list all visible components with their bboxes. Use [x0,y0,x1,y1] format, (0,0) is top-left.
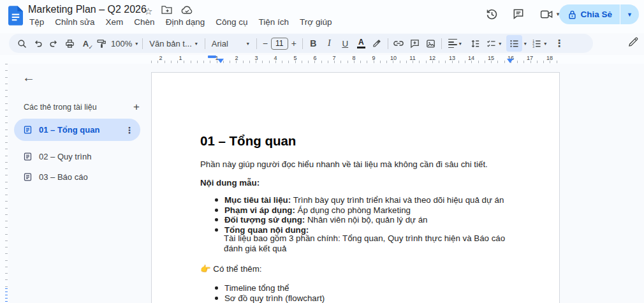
numbered-list-select[interactable]: 123 ▾ [529,35,552,52]
menu-format[interactable]: Định dạng [166,17,205,27]
close-sidebar-arrow-icon[interactable]: ← [22,70,35,85]
text-color-button[interactable]: A [353,35,369,52]
tab-label: 01 – Tổng quan [39,125,119,135]
highlight-color-button[interactable] [369,35,385,52]
extra-bullet-1: Timeline tổng thể [224,283,289,293]
font-size-decrease[interactable]: − [260,35,271,52]
print-icon[interactable] [62,35,78,52]
menu-view[interactable]: Xem [106,17,124,27]
bulleted-list-caret[interactable]: ▾ [522,41,529,47]
document-heading: 01 – Tổng quan [200,133,296,149]
insert-image-icon[interactable] [423,35,439,52]
menu-help[interactable]: Trợ giúp [300,17,332,27]
align-left-icon [448,39,457,48]
version-history-icon[interactable] [483,6,500,22]
insert-link-icon[interactable] [391,35,407,52]
bullet-item-4-continuation: Tài liệu bao gồm 3 phần chính: Tổng quan… [224,233,518,253]
first-line-indent-marker[interactable] [208,55,216,58]
add-comment-icon[interactable] [407,35,423,52]
svg-text:3: 3 [532,45,534,48]
extra-bullet-2: Sơ đồ quy trình (flowchart) [224,293,325,303]
toolbar: A ✓ 100%▾ Văn bản t...▾ Arial▾ − 11 + B … [9,34,593,53]
tab-label: 02 – Quy trình [39,152,134,161]
line-spacing-icon[interactable] [467,35,483,52]
document-title[interactable]: Marketing Plan – Q2 2026 [28,4,147,15]
tab-doc-icon [23,125,33,135]
section-label: Nội dung mẫu: [200,178,260,188]
font-size-increase[interactable]: + [288,35,300,52]
bulleted-list-button[interactable] [506,35,522,52]
horizontal-ruler[interactable]: 21123456789101112131415161718 [0,55,644,64]
comments-icon[interactable] [510,6,527,22]
left-indent-marker[interactable] [217,59,224,63]
italic-button[interactable]: I [321,35,337,52]
checklist-select[interactable]: ▾ [483,35,506,52]
editing-mode-icon[interactable] [627,36,639,50]
bullet-item-2: Phạm vi áp dụng: Áp dụng cho phòng Marke… [224,205,411,215]
tabs-header-label: Các thẻ trong tài liệu [24,103,97,112]
tip-line: 👉 Có thể thêm: [200,264,261,274]
zoom-select[interactable]: 100%▾ [110,35,140,52]
sidebar-item-tab1[interactable]: 01 – Tổng quan ⋮ [14,119,140,141]
bullet-item-1: Mục tiêu tài liệu: Trình bày quy trình t… [224,195,504,205]
title-actions: ☆ [144,5,193,17]
header-actions: ▾ [483,6,562,22]
share-button[interactable]: Chia Sẻ ▼ [559,4,639,24]
lock-icon [568,10,576,20]
pointing-hand-emoji: 👉 [200,264,211,274]
add-tab-button[interactable]: + [129,101,143,114]
menu-insert[interactable]: Chèn [134,17,154,27]
paragraph-style-select[interactable]: Văn bản t...▾ [145,35,202,52]
paint-format-icon[interactable] [94,35,110,52]
tab-doc-icon [23,172,33,182]
align-select[interactable]: ▾ [444,35,467,52]
sidebar-item-tab2[interactable]: 02 – Quy trình [14,145,140,168]
tab-doc-icon [23,152,33,161]
bottom-margin-ticks [5,288,8,303]
spellcheck-icon[interactable]: A ✓ [78,35,94,52]
right-indent-marker[interactable] [507,59,513,63]
google-docs-window: Marketing Plan – Q2 2026 ☆ Tệp Chỉnh sửa… [0,0,644,303]
app-header: Marketing Plan – Q2 2026 ☆ Tệp Chỉnh sửa… [0,0,644,33]
bullet-item-3: Đối tượng sử dụng: Nhân viên nội bộ, quả… [224,215,427,225]
star-icon[interactable]: ☆ [144,6,152,17]
document-page[interactable]: 01 – Tổng quan Phần này giúp người đọc h… [151,72,560,303]
menu-extensions[interactable]: Tiện ích [259,17,289,27]
cloud-status-icon[interactable] [181,5,193,17]
undo-icon[interactable] [30,35,46,52]
font-size-input[interactable]: 11 [271,38,288,50]
tabs-sidebar: ← Các thẻ trong tài liệu + 01 – Tổng qua… [8,64,151,303]
menu-bar: Tệp Chỉnh sửa Xem Chèn Định dạng Công cụ… [29,17,332,27]
menu-tools[interactable]: Công cụ [216,17,247,27]
share-label: Chia Sẻ [581,10,613,19]
sidebar-item-tab3[interactable]: 03 – Báo cáo [14,166,140,188]
share-dropdown-caret[interactable]: ▼ [620,11,639,18]
menu-file[interactable]: Tệp [29,17,44,27]
tab-label: 03 – Báo cáo [39,172,134,182]
intro-paragraph: Phần này giúp người đọc hiểu nhanh về tà… [200,159,488,169]
search-icon[interactable] [14,35,30,52]
bold-button[interactable]: B [305,35,321,52]
vertical-ruler[interactable] [0,64,8,303]
tabs-header: Các thẻ trong tài liệu + [24,101,143,114]
underline-button[interactable]: U [337,35,353,52]
move-folder-icon[interactable] [161,5,172,17]
tab-options-icon[interactable]: ⋮ [125,125,134,135]
redo-icon[interactable] [46,35,62,52]
share-button-main[interactable]: Chia Sẻ [559,10,620,20]
docs-logo-icon[interactable] [8,6,23,28]
toolbar-overflow-icon[interactable]: ⋮ [552,35,567,52]
menu-edit[interactable]: Chỉnh sửa [55,17,94,27]
font-select[interactable]: Arial▾ [208,35,254,52]
